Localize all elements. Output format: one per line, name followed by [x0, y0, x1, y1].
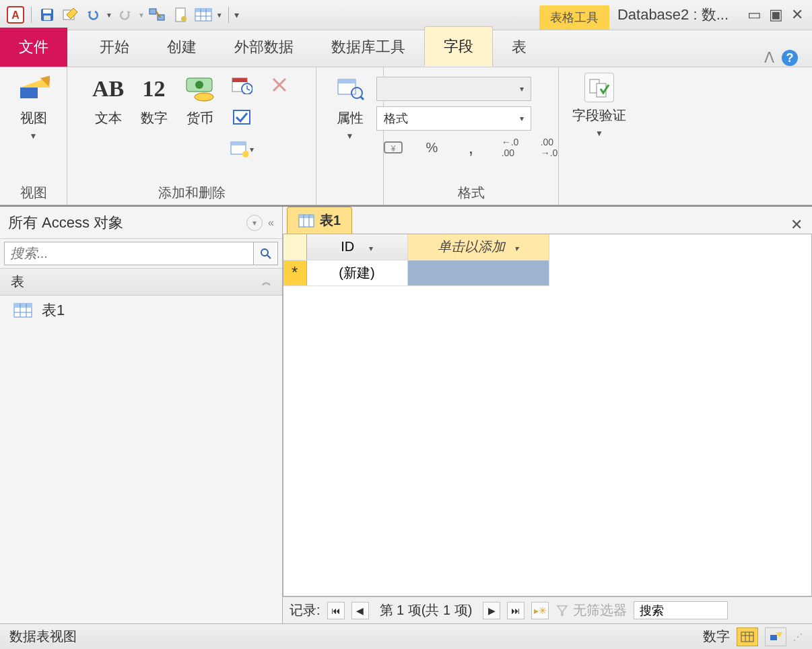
- tab-external-data[interactable]: 外部数据: [215, 28, 312, 67]
- cell-new-id[interactable]: (新建): [306, 260, 407, 285]
- no-filter-indicator: 无筛选器: [555, 601, 627, 619]
- nav-filter-dropdown-icon[interactable]: ▾: [246, 215, 263, 231]
- ribbon-body: 视图 ▼ 视图 AB 文本 12 数字 货币: [0, 67, 812, 205]
- design-view-icon[interactable]: [765, 627, 786, 646]
- tab-table[interactable]: 表: [493, 28, 545, 67]
- nav-group-collapse-icon[interactable]: ︽: [262, 276, 271, 288]
- redo-dropdown-icon[interactable]: ▼: [138, 11, 145, 19]
- percent-format-icon[interactable]: %: [415, 136, 449, 159]
- svg-rect-44: [741, 632, 753, 642]
- currency-field-button[interactable]: 货币: [184, 73, 216, 127]
- close-icon[interactable]: ✕: [788, 7, 807, 23]
- add-column-dropdown-icon[interactable]: ▾: [514, 244, 518, 253]
- svg-point-18: [195, 81, 203, 89]
- undo-icon[interactable]: [83, 5, 103, 25]
- quick-edit-icon[interactable]: [60, 5, 80, 25]
- svg-rect-25: [231, 142, 246, 145]
- svg-rect-36: [14, 304, 32, 308]
- svg-point-34: [261, 249, 268, 256]
- nav-group-tables[interactable]: 表 ︽: [0, 269, 282, 296]
- tab-fields[interactable]: 字段: [424, 26, 493, 67]
- nav-search-input[interactable]: [4, 242, 254, 265]
- properties-button[interactable]: 属性 ▼: [334, 73, 366, 141]
- svg-point-19: [195, 93, 213, 101]
- prev-record-icon[interactable]: ◀: [351, 602, 369, 619]
- svg-rect-21: [232, 78, 247, 82]
- table-tab-icon: [298, 214, 314, 228]
- yesno-field-button[interactable]: [230, 105, 254, 129]
- navigation-pane: 所有 Access 对象 ▾ « 表 ︽ 表1: [0, 207, 283, 623]
- format-combo[interactable]: 格式▾: [376, 106, 531, 131]
- datasheet-area: 表1 ✕ ID ▾ 单击以添加 ▾ *: [283, 207, 812, 623]
- svg-rect-23: [234, 110, 250, 124]
- tab-create[interactable]: 创建: [148, 28, 215, 67]
- datetime-field-button[interactable]: [230, 73, 254, 97]
- svg-text:¥: ¥: [390, 144, 395, 153]
- view-label: 视图: [20, 109, 47, 127]
- more-fields-button[interactable]: ▾: [230, 137, 254, 162]
- help-icon[interactable]: ?: [781, 49, 799, 67]
- svg-rect-4: [44, 15, 50, 20]
- doc-close-icon[interactable]: ✕: [790, 216, 803, 234]
- record-position: 第 1 项(共 1 项): [376, 600, 477, 621]
- nav-search: [0, 239, 282, 269]
- doc-tab-table1[interactable]: 表1: [287, 207, 352, 234]
- table-dropdown-icon[interactable]: ▼: [216, 11, 223, 19]
- next-record-icon[interactable]: ▶: [483, 602, 500, 619]
- svg-rect-41: [299, 215, 314, 218]
- save-icon[interactable]: [37, 5, 57, 25]
- column-header-id[interactable]: ID ▾: [306, 234, 407, 260]
- qat-customize-icon[interactable]: ▾: [234, 9, 239, 20]
- table-icon[interactable]: [193, 5, 213, 25]
- delete-field-button[interactable]: [267, 73, 292, 97]
- svg-text:A: A: [11, 9, 20, 21]
- select-all-cell[interactable]: [283, 234, 306, 260]
- last-record-icon[interactable]: ⏭: [507, 602, 525, 619]
- nav-collapse-icon[interactable]: «: [268, 217, 274, 229]
- first-record-icon[interactable]: ⏮: [327, 602, 345, 619]
- sql-icon[interactable]: [170, 5, 191, 25]
- status-bar: 数据表视图 数字 ⋰: [0, 623, 812, 649]
- qat-separator: [31, 7, 32, 23]
- view-group-label: 视图: [20, 180, 47, 202]
- column-header-add[interactable]: 单击以添加 ▾: [407, 234, 549, 260]
- validation-dropdown-icon: ▼: [595, 129, 603, 138]
- undo-dropdown-icon[interactable]: ▼: [106, 11, 112, 19]
- search-icon[interactable]: [254, 242, 278, 265]
- status-view-label: 数据表视图: [9, 627, 77, 646]
- new-record-icon[interactable]: ▸✳: [531, 602, 549, 619]
- svg-point-9: [181, 16, 187, 22]
- record-search-input[interactable]: [634, 601, 728, 619]
- title-bar: A ▼ ▼ ▼ ▾ 表格工具 Database2 : 数... ▭ ▣ ✕: [0, 0, 812, 30]
- validation-button[interactable]: 字段验证 ▼: [572, 73, 626, 138]
- collapse-ribbon-icon[interactable]: ᐱ: [764, 49, 774, 67]
- datasheet-view-icon[interactable]: [737, 627, 758, 646]
- minimize-icon[interactable]: ▭: [745, 7, 764, 23]
- currency-format-icon[interactable]: ¥: [376, 136, 410, 159]
- view-dropdown-icon: ▼: [30, 131, 38, 141]
- increase-decimals-icon[interactable]: ←.0.00: [494, 136, 527, 159]
- view-button[interactable]: 视图 ▼: [18, 73, 50, 141]
- datasheet-grid[interactable]: ID ▾ 单击以添加 ▾ * (新建): [283, 234, 812, 596]
- column-dropdown-icon[interactable]: ▾: [369, 244, 373, 253]
- svg-rect-11: [195, 9, 211, 12]
- datatype-combo[interactable]: ▾: [376, 77, 531, 101]
- relationships-icon[interactable]: [147, 5, 168, 25]
- nav-header[interactable]: 所有 Access 对象 ▾ «: [0, 207, 282, 239]
- record-label: 记录:: [290, 601, 320, 619]
- tab-file[interactable]: 文件: [0, 28, 67, 67]
- redo-icon[interactable]: [115, 5, 135, 25]
- restore-icon[interactable]: ▣: [766, 7, 785, 23]
- number-field-button[interactable]: 12 数字: [138, 73, 170, 127]
- resize-grip-icon[interactable]: ⋰: [793, 631, 803, 642]
- status-mode: 数字: [703, 627, 730, 646]
- tab-db-tools[interactable]: 数据库工具: [312, 28, 424, 67]
- new-row-selector[interactable]: *: [283, 260, 306, 285]
- tab-home[interactable]: 开始: [81, 28, 148, 67]
- text-field-button[interactable]: AB 文本: [92, 73, 125, 127]
- table-object-icon: [13, 303, 32, 318]
- cell-new-add[interactable]: [407, 260, 549, 285]
- svg-rect-28: [338, 79, 356, 83]
- nav-item-table1[interactable]: 表1: [0, 296, 282, 325]
- comma-format-icon[interactable]: ,: [454, 136, 488, 159]
